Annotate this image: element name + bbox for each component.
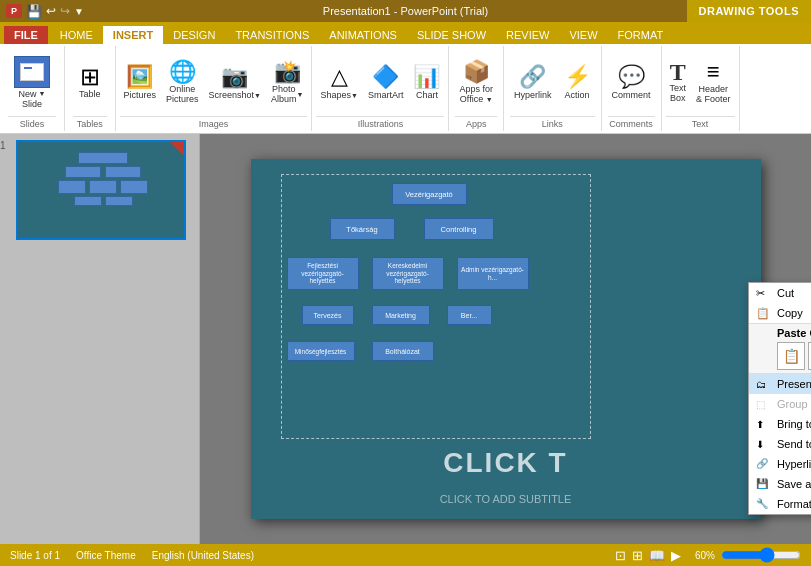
redo-icon[interactable]: ↪ bbox=[60, 4, 70, 18]
slide-subtitle-text: CLICK TO ADD SUBTITLE bbox=[440, 493, 572, 505]
format-object-label: Format Object... bbox=[777, 498, 811, 510]
table-button[interactable]: ⊞ Table bbox=[73, 48, 107, 116]
images-buttons: 🖼️ Pictures 🌐 OnlinePictures 📷 Screensho… bbox=[120, 48, 308, 116]
tables-group-label: Tables bbox=[73, 116, 107, 129]
org-node-marketing: Marketing bbox=[372, 305, 430, 325]
undo-icon[interactable]: ↩ bbox=[46, 4, 56, 18]
text-box-button[interactable]: T TextBox bbox=[666, 58, 691, 106]
org-chart-object[interactable]: Vezérigazgató Tőkárság Controlling Fejle… bbox=[281, 174, 591, 439]
pres-obj-icon: 🗂 bbox=[756, 379, 766, 390]
context-menu-copy[interactable]: 📋 Copy bbox=[749, 303, 811, 323]
ribbon-group-apps: 📦 Apps forOffice ▼ Apps bbox=[449, 46, 504, 131]
hyperlink-button[interactable]: 🔗 Hyperlink bbox=[510, 62, 556, 102]
save-as-pic-icon: 💾 bbox=[756, 478, 768, 489]
slide-number: 1 bbox=[0, 140, 6, 151]
slides-group-label: Slides bbox=[8, 116, 56, 129]
main-area: 1 bbox=[0, 134, 811, 544]
tab-insert[interactable]: INSERT bbox=[103, 26, 163, 44]
context-menu-cut[interactable]: ✂ Cut bbox=[749, 283, 811, 303]
org-node-dev: Fejlesztési vezérigazgató-helyettes bbox=[287, 257, 359, 290]
paste-options-section: Paste Options: 📋 🖼️ bbox=[749, 323, 811, 374]
shapes-button[interactable]: △ Shapes ▼ bbox=[316, 62, 361, 102]
view-reading-icon[interactable]: 📖 bbox=[649, 548, 665, 563]
context-menu-bring-to-front[interactable]: ⬆ Bring to Front ▶ bbox=[749, 414, 811, 434]
save-icon[interactable]: 💾 bbox=[26, 4, 42, 19]
tab-home[interactable]: HOME bbox=[50, 26, 103, 44]
context-menu-presentation-object[interactable]: 🗂 Presentation Object ▶ bbox=[749, 374, 811, 394]
cut-label: Cut bbox=[777, 287, 794, 299]
send-to-back-label: Send to Back bbox=[777, 438, 811, 450]
tab-file[interactable]: FILE bbox=[4, 26, 48, 44]
copy-icon: 📋 bbox=[756, 307, 770, 320]
ribbon-group-tables: ⊞ Table Tables bbox=[65, 46, 116, 131]
slide-thumbnail-box bbox=[16, 140, 186, 240]
photo-album-button[interactable]: 📸 PhotoAlbum ▼ bbox=[267, 57, 307, 107]
text-group-label: Text bbox=[666, 116, 735, 129]
org-node-plan: Tervezés bbox=[302, 305, 354, 325]
context-menu-save-as-picture[interactable]: 💾 Save as Picture... bbox=[749, 474, 811, 494]
comments-group-label: Comments bbox=[608, 116, 655, 129]
tab-transitions[interactable]: TRANSITIONS bbox=[225, 26, 319, 44]
images-group-label: Images bbox=[120, 116, 308, 129]
window-title: Presentation1 - PowerPoint (Trial) bbox=[323, 5, 488, 17]
chart-button[interactable]: 📊 Chart bbox=[409, 62, 444, 102]
cut-icon: ✂ bbox=[756, 287, 765, 300]
ribbon-group-text: T TextBox ≡ Header& Footer Text bbox=[662, 46, 740, 131]
tab-review[interactable]: REVIEW bbox=[496, 26, 559, 44]
red-corner-indicator bbox=[170, 142, 184, 156]
ribbon-group-images: 🖼️ Pictures 🌐 OnlinePictures 📷 Screensho… bbox=[116, 46, 313, 131]
context-menu: ✂ Cut 📋 Copy Paste Options: 📋 🖼️ 🗂 Prese… bbox=[748, 282, 811, 515]
tab-design[interactable]: DESIGN bbox=[163, 26, 225, 44]
send-to-back-icon: ⬇ bbox=[756, 439, 764, 450]
ribbon-group-slides: New ▼ Slide Slides bbox=[0, 46, 65, 131]
ribbon-group-comments: 💬 Comment Comments bbox=[602, 46, 662, 131]
ribbon: New ▼ Slide Slides ⊞ Table Tables 🖼️ Pic… bbox=[0, 44, 811, 134]
org-node-ber: Ber... bbox=[447, 305, 492, 325]
language-info: English (United States) bbox=[152, 550, 254, 561]
context-menu-send-to-back[interactable]: ⬇ Send to Back ▶ bbox=[749, 434, 811, 454]
pictures-button[interactable]: 🖼️ Pictures bbox=[120, 62, 161, 102]
context-menu-format-object[interactable]: 🔧 Format Object... bbox=[749, 494, 811, 514]
org-node-board: Tőkárság bbox=[330, 218, 395, 240]
view-normal-icon[interactable]: ⊡ bbox=[615, 548, 626, 563]
header-footer-button[interactable]: ≡ Header& Footer bbox=[692, 57, 735, 107]
slide-canvas-area: Vezérigazgató Tőkárság Controlling Fejle… bbox=[200, 134, 811, 544]
apps-group-label: Apps bbox=[455, 116, 497, 129]
paste-options-label: Paste Options: bbox=[777, 327, 811, 339]
action-button[interactable]: ⚡ Action bbox=[560, 62, 595, 102]
ribbon-group-links: 🔗 Hyperlink ⚡ Action Links bbox=[504, 46, 602, 131]
pres-obj-label: Presentation Object bbox=[777, 378, 811, 390]
links-buttons: 🔗 Hyperlink ⚡ Action bbox=[510, 48, 595, 116]
group-label: Group bbox=[777, 398, 808, 410]
mini-org bbox=[48, 152, 158, 232]
org-node-trade: Kereskedelmi vezérigazgató-helyettes bbox=[372, 257, 444, 290]
tab-slideshow[interactable]: SLIDE SHOW bbox=[407, 26, 496, 44]
theme-info: Office Theme bbox=[76, 550, 136, 561]
zoom-slider[interactable] bbox=[721, 549, 801, 561]
org-node-bolth: Bolthálózat bbox=[372, 341, 434, 361]
view-controls: ⊡ ⊞ 📖 ▶ 60% bbox=[615, 548, 801, 563]
slide-canvas[interactable]: Vezérigazgató Tőkárság Controlling Fejle… bbox=[251, 159, 761, 519]
comment-button[interactable]: 💬 Comment bbox=[608, 48, 655, 116]
hyperlink-cm-label: Hyperlink... bbox=[777, 458, 811, 470]
screenshot-button[interactable]: 📷 Screenshot ▼ bbox=[205, 62, 265, 102]
context-menu-hyperlink[interactable]: 🔗 Hyperlink... bbox=[749, 454, 811, 474]
paste-icon-1[interactable]: 📋 bbox=[777, 342, 805, 370]
org-node-ceo: Vezérigazgató bbox=[392, 183, 467, 205]
view-slideshow-icon[interactable]: ▶ bbox=[671, 548, 681, 563]
save-as-picture-label: Save as Picture... bbox=[777, 478, 811, 490]
context-menu-group: ⬚ Group ▶ bbox=[749, 394, 811, 414]
customize-qa-icon[interactable]: ▼ bbox=[74, 6, 84, 17]
paste-icons-row: 📋 🖼️ bbox=[777, 342, 811, 370]
smartart-button[interactable]: 🔷 SmartArt bbox=[364, 62, 408, 102]
org-node-quality: Minőségfejlesztés bbox=[287, 341, 355, 361]
apps-for-office-button[interactable]: 📦 Apps forOffice ▼ bbox=[455, 48, 497, 116]
online-pictures-button[interactable]: 🌐 OnlinePictures bbox=[162, 57, 203, 107]
org-node-controlling: Controlling bbox=[424, 218, 494, 240]
view-sorter-icon[interactable]: ⊞ bbox=[632, 548, 643, 563]
tab-animations[interactable]: ANIMATIONS bbox=[319, 26, 407, 44]
tab-format[interactable]: FORMAT bbox=[608, 26, 674, 44]
slide-1-thumbnail[interactable]: 1 bbox=[16, 140, 186, 240]
tab-view[interactable]: VIEW bbox=[559, 26, 607, 44]
new-slide-button[interactable]: New ▼ Slide bbox=[8, 48, 56, 116]
